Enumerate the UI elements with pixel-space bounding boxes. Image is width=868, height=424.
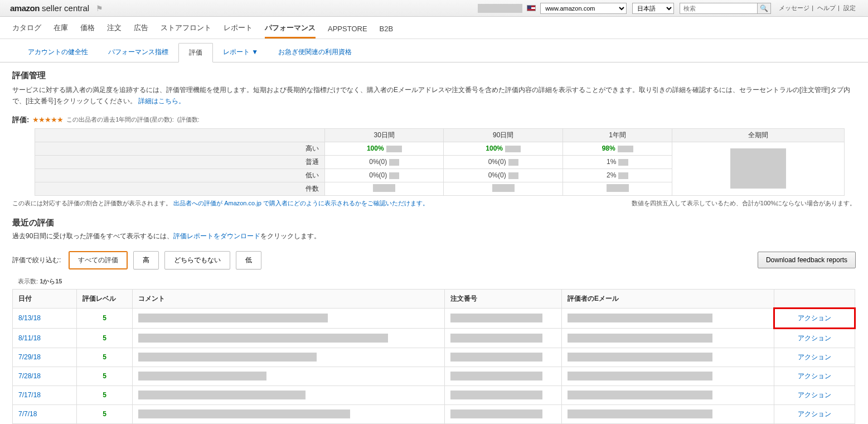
nav-item[interactable]: パフォーマンス <box>265 23 316 38</box>
fb-header-date: 日付 <box>13 289 77 308</box>
summary-row-header: 件数 <box>35 182 325 195</box>
us-flag-icon <box>527 5 536 11</box>
download-feedback-button[interactable]: Download feedback reports <box>758 252 856 268</box>
filter-button[interactable]: 高 <box>133 251 159 269</box>
feedback-display-link-a[interactable]: 出品者への評価が <box>173 200 222 206</box>
filter-row: 評価で絞り込む: すべての評価高どちらでもない低 Download feedba… <box>12 251 856 269</box>
fb-level: 5 <box>77 308 133 328</box>
summary-cell: 100% <box>444 142 562 155</box>
search-button[interactable]: 🔍 <box>758 3 771 14</box>
recent-description: 過去90日間に受け取った評価をすべて表示するには、評価レポートをダウンロードをク… <box>12 232 856 241</box>
summary-cell <box>325 182 444 195</box>
subnav-item[interactable]: アカウントの健全性 <box>18 43 98 61</box>
rating-sub2: (評価数: <box>177 115 200 124</box>
fb-comment <box>133 348 445 367</box>
action-link[interactable]: アクション <box>798 334 831 342</box>
feedback-display-link-b[interactable]: Amazon.co.jp で購入者にどのように表示されるかをご確認いただけます。 <box>224 200 429 206</box>
rating-sub1: この出品者の過去1年間の評価(星の数): <box>66 115 174 124</box>
nav-item[interactable]: B2B <box>380 25 394 38</box>
fb-date[interactable]: 7/28/18 <box>13 367 77 386</box>
summary-cell: 0%(0) <box>325 168 444 182</box>
sub-nav: アカウントの健全性パフォーマンス指標評価レポート ▼お急ぎ便関連の利用資格 <box>0 39 868 62</box>
summary-cell: 1% <box>562 155 672 168</box>
filter-button[interactable]: どちらでもない <box>164 251 230 269</box>
summary-row-header: 高い <box>35 142 325 155</box>
summary-cell <box>562 182 672 195</box>
help-link[interactable]: ヘルプ <box>817 4 836 11</box>
fb-date[interactable]: 8/11/18 <box>13 328 77 348</box>
result-count: 表示数: 1から15 <box>18 277 856 286</box>
action-link[interactable]: アクション <box>798 314 831 322</box>
rating-summary-line: 評価: ★★★★★ この出品者の過去1年間の評価(星の数): (評価数: <box>12 115 856 125</box>
fb-date[interactable]: 7/17/18 <box>13 386 77 404</box>
nav-item[interactable]: 注文 <box>107 23 122 38</box>
nav-item[interactable]: 在庫 <box>54 23 68 38</box>
logo: amazon seller central ⚑ <box>10 3 103 13</box>
fb-email <box>562 348 774 367</box>
fb-order <box>445 404 562 423</box>
marketplace-select[interactable]: www.amazon.com <box>540 3 627 14</box>
nav-item[interactable]: カタログ <box>12 23 41 38</box>
fb-comment <box>133 404 445 423</box>
fb-header-action <box>774 289 855 308</box>
table-row: 7/7/185アクション <box>13 404 855 423</box>
stars-icon: ★★★★★ <box>32 115 63 124</box>
table-row: 7/29/185アクション <box>13 348 855 367</box>
action-link[interactable]: アクション <box>798 391 831 399</box>
summary-row-header: 低い <box>35 168 325 182</box>
fb-header-order: 注文番号 <box>445 289 562 308</box>
summary-cell: 0%(0) <box>444 168 562 182</box>
nav-item[interactable]: 価格 <box>80 23 95 38</box>
main-nav: カタログ在庫価格注文広告ストアフロントレポートパフォーマンスAPPSTOREB2… <box>0 17 868 39</box>
filter-label: 評価で絞り込む: <box>12 256 61 265</box>
top-header: amazon seller central ⚑ www.amazon.com 日… <box>0 0 868 17</box>
action-link[interactable]: アクション <box>798 410 831 418</box>
feedback-table: 日付評価レベルコメント注文番号評価者のEメール8/13/185アクション8/11… <box>12 289 856 424</box>
fb-action-cell: アクション <box>774 367 855 386</box>
nav-item[interactable]: APPSTORE <box>328 25 367 38</box>
fb-date[interactable]: 8/13/18 <box>13 308 77 328</box>
language-select[interactable]: 日本語 <box>632 3 674 14</box>
settings-link[interactable]: 設定 <box>843 4 856 11</box>
summary-footnote-right: 数値を四捨五入して表示しているため、合計が100%にならない場合があります。 <box>632 199 856 208</box>
summary-cell: 98% <box>562 142 672 155</box>
summary-col-header: 30日間 <box>325 128 444 142</box>
fb-header-email: 評価者のEメール <box>562 289 774 308</box>
subnav-item[interactable]: レポート ▼ <box>213 43 268 61</box>
search-input[interactable] <box>680 3 758 14</box>
summary-col-header: 90日間 <box>444 128 562 142</box>
logo-bold: amazon <box>10 3 40 13</box>
messages-link[interactable]: メッセージ <box>779 4 809 11</box>
subnav-item[interactable]: 評価 <box>178 43 213 62</box>
action-link[interactable]: アクション <box>798 372 831 380</box>
fb-date[interactable]: 7/7/18 <box>13 404 77 423</box>
fb-level: 5 <box>77 386 133 404</box>
subnav-item[interactable]: お急ぎ便関連の利用資格 <box>268 43 362 61</box>
nav-item[interactable]: レポート <box>224 23 253 38</box>
details-link[interactable]: 詳細はこちら。 <box>138 97 185 105</box>
fb-action-cell: アクション <box>774 308 855 328</box>
fb-email <box>562 367 774 386</box>
fb-order <box>445 308 562 328</box>
summary-allperiod-cell <box>672 142 845 195</box>
fb-comment <box>133 328 445 348</box>
fb-level: 5 <box>77 367 133 386</box>
fb-date[interactable]: 7/29/18 <box>13 348 77 367</box>
filter-button[interactable]: 低 <box>236 251 261 269</box>
summary-cell: 0%(0) <box>325 155 444 168</box>
subnav-item[interactable]: パフォーマンス指標 <box>98 43 178 61</box>
summary-row-header: 普通 <box>35 155 325 168</box>
fb-order <box>445 386 562 404</box>
flag-icon: ⚑ <box>96 4 103 13</box>
merchant-name-redacted <box>478 4 522 13</box>
download-report-link[interactable]: 評価レポートをダウンロード <box>173 232 260 240</box>
fb-comment <box>133 367 445 386</box>
fb-action-cell: アクション <box>774 348 855 367</box>
search-icon: 🔍 <box>760 4 768 12</box>
nav-item[interactable]: 広告 <box>134 23 148 38</box>
filter-button[interactable]: すべての評価 <box>69 251 128 269</box>
header-links: メッセージ| ヘルプ| 設定 <box>777 4 858 12</box>
nav-item[interactable]: ストアフロント <box>161 23 211 38</box>
action-link[interactable]: アクション <box>798 353 831 361</box>
summary-cell: 0%(0) <box>444 155 562 168</box>
